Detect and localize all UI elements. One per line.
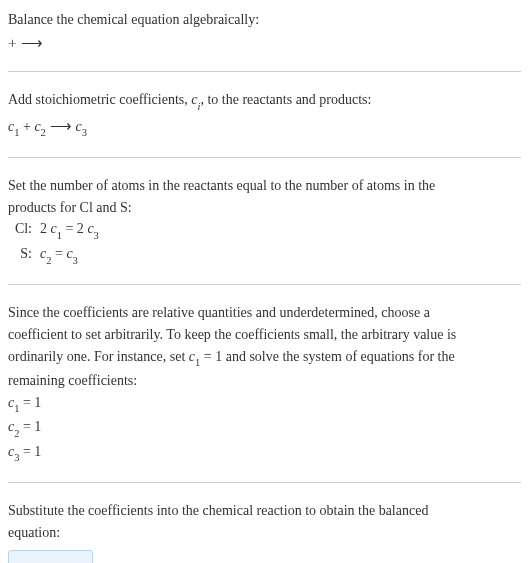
step1-section: Add stoichiometric coefficients, ci, to … bbox=[8, 90, 521, 139]
s-equation: c2 = c3 bbox=[40, 244, 78, 266]
result-c3: c3 = 1 bbox=[8, 442, 521, 464]
step3-section: Since the coefficients are relative quan… bbox=[8, 303, 521, 464]
step4-text1: Substitute the coefficients into the che… bbox=[8, 501, 521, 521]
divider bbox=[8, 482, 521, 483]
step2-text2: products for Cl and S: bbox=[8, 198, 521, 218]
s-equation-row: S: c2 = c3 bbox=[8, 244, 521, 266]
step3-text1: Since the coefficients are relative quan… bbox=[8, 303, 521, 323]
intro-equation: + ⟶ bbox=[8, 32, 521, 54]
s-label: S: bbox=[8, 244, 32, 264]
result-c2: c2 = 1 bbox=[8, 417, 521, 439]
step1-text: Add stoichiometric coefficients, ci, to … bbox=[8, 90, 521, 112]
step4-section: Substitute the coefficients into the che… bbox=[8, 501, 521, 563]
step4-text2: equation: bbox=[8, 523, 521, 543]
cl-equation-row: Cl: 2 c1 = 2 c3 bbox=[8, 219, 521, 241]
step1-equation: c1 + c2 ⟶ c3 bbox=[8, 115, 521, 139]
step3-text2: coefficient to set arbitrarily. To keep … bbox=[8, 325, 521, 345]
step2-text1: Set the number of atoms in the reactants… bbox=[8, 176, 521, 196]
divider bbox=[8, 71, 521, 72]
divider bbox=[8, 157, 521, 158]
cl-equation: 2 c1 = 2 c3 bbox=[40, 219, 99, 241]
result-c1: c1 = 1 bbox=[8, 393, 521, 415]
answer-box: Answer: + ⟶ bbox=[8, 550, 93, 563]
intro-line1: Balance the chemical equation algebraica… bbox=[8, 10, 521, 30]
intro-arrow: + ⟶ bbox=[8, 34, 43, 51]
cl-label: Cl: bbox=[8, 219, 32, 239]
divider bbox=[8, 284, 521, 285]
intro-section: Balance the chemical equation algebraica… bbox=[8, 10, 521, 53]
step2-section: Set the number of atoms in the reactants… bbox=[8, 176, 521, 266]
step3-text4: remaining coefficients: bbox=[8, 371, 521, 391]
step3-text3: ordinarily one. For instance, set c1 = 1… bbox=[8, 347, 521, 369]
